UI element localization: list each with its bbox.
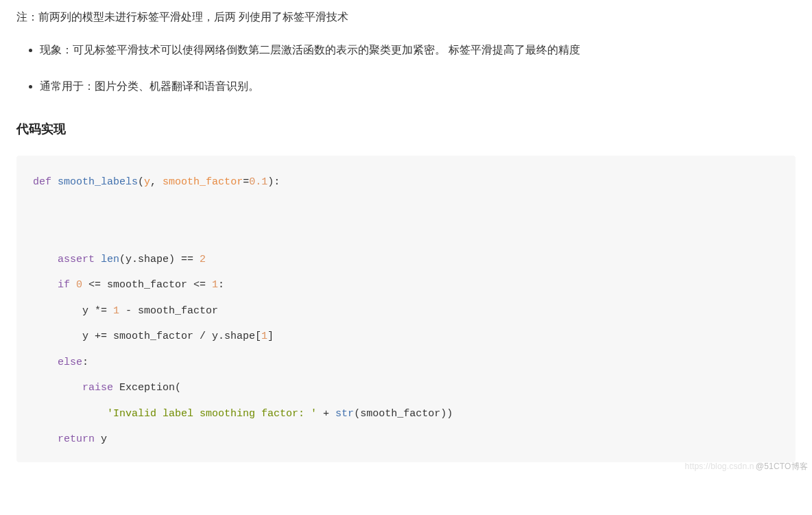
code-keyword-def: def bbox=[33, 176, 51, 188]
code-builtin-str: str bbox=[335, 408, 354, 420]
code-if-mid: <= smooth_factor <= bbox=[82, 279, 212, 291]
section-heading: 代码实现 bbox=[16, 117, 796, 141]
list-item: 通常用于：图片分类、机器翻译和语音识别。 bbox=[40, 76, 796, 97]
code-param-smooth-factor: smooth_factor bbox=[163, 176, 243, 188]
code-number-zero: 0 bbox=[76, 279, 82, 291]
code-exception-name: Exception bbox=[119, 382, 175, 394]
code-number-one: 1 bbox=[212, 279, 218, 291]
code-keyword-else: else bbox=[58, 357, 82, 368]
code-add-line-pre: y += smooth_factor / y.shape[ bbox=[33, 331, 261, 342]
code-exc-open: ( bbox=[175, 382, 181, 394]
code-add-line-post: ] bbox=[267, 331, 274, 342]
code-paren-close-colon: ): bbox=[267, 176, 280, 188]
code-index-one: 1 bbox=[261, 331, 267, 342]
code-keyword-assert: assert bbox=[58, 254, 95, 265]
list-item: 现象：可见标签平滑技术可以使得网络倒数第二层激活函数的表示的聚类更加紧密。 标签… bbox=[40, 40, 796, 60]
code-number-one-b: 1 bbox=[113, 305, 119, 317]
code-function-name: smooth_labels bbox=[58, 176, 138, 188]
article-body: 注：前两列的模型未进行标签平滑处理，后两 列使用了标签平滑技术 现象：可见标签平… bbox=[0, 0, 812, 476]
code-paren-open: ( bbox=[138, 176, 144, 188]
code-block: def smooth_labels(y, smooth_factor=0.1):… bbox=[16, 156, 796, 462]
code-keyword-return: return bbox=[58, 433, 95, 445]
code-colon: : bbox=[218, 279, 224, 291]
watermark-main: @51CTO博客 bbox=[756, 462, 808, 471]
watermark-faint: https://blog.csdn.n bbox=[685, 462, 754, 471]
code-return-val: y bbox=[95, 433, 107, 445]
code-builtin-len: len bbox=[101, 254, 119, 265]
code-exc-tail: (smooth_factor)) bbox=[354, 408, 453, 420]
code-keyword-if: if bbox=[58, 279, 70, 291]
code-keyword-raise: raise bbox=[82, 382, 113, 394]
code-string-literal: 'Invalid label smoothing factor: ' bbox=[107, 408, 317, 420]
code-assert-expr: (y.shape) == bbox=[119, 254, 200, 265]
code-mul-line-pre: y *= bbox=[33, 305, 113, 317]
note-paragraph: 注：前两列的模型未进行标签平滑处理，后两 列使用了标签平滑技术 bbox=[16, 7, 796, 27]
code-default-value: 0.1 bbox=[249, 176, 267, 188]
code-mul-line-post: - smooth_factor bbox=[119, 305, 218, 317]
code-number-two: 2 bbox=[200, 254, 206, 265]
code-plus: + bbox=[317, 408, 335, 420]
code-equals: = bbox=[243, 176, 249, 188]
bullet-list: 现象：可见标签平滑技术可以使得网络倒数第二层激活函数的表示的聚类更加紧密。 标签… bbox=[16, 40, 796, 97]
code-comma: , bbox=[150, 176, 163, 188]
code-param-y: y bbox=[144, 176, 150, 188]
code-else-colon: : bbox=[82, 357, 88, 368]
